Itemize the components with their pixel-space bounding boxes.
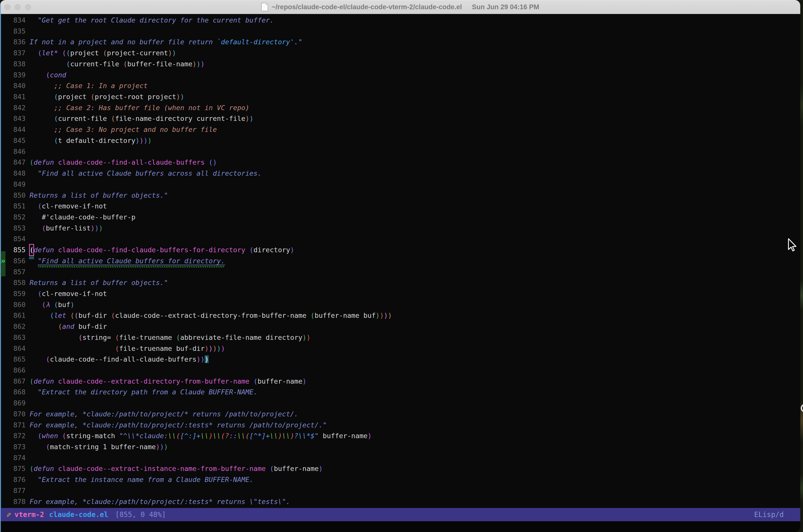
code-line[interactable]: 876 "Extract the instance name from a Cl… [0,474,800,485]
code-line[interactable]: 874 [0,452,800,463]
code-text [25,26,30,37]
titlebar: ~/repos/claude-code-el/claude-code-vterm… [0,0,800,14]
code-text: (buffer-list))) [25,223,103,234]
code-text [25,179,30,190]
code-line[interactable]: 868 "Extract the directory path from a C… [0,386,800,398]
code-line[interactable]: 840 ;; Case 1: In a project [0,80,800,91]
code-line[interactable]: 875(defun claude-code--extract-instance-… [0,463,800,474]
code-text: "Get get the root Claude directory for t… [25,15,274,26]
code-line[interactable]: 842 ;; Case 2: Has buffer file (when not… [0,102,800,113]
line-number: 865 [0,354,25,365]
emacs-window: ~/repos/claude-code-el/claude-code-vterm… [0,0,800,532]
code-line[interactable]: 866 [0,365,800,376]
code-line[interactable]: 837 (let* ((project (project-current)) [0,48,800,59]
code-line[interactable]: 871For example, *claude:/path/to/project… [0,420,800,431]
line-number: 844 [0,124,25,135]
pencil-icon: ✎ [6,510,11,519]
line-number: 839 [0,70,25,80]
code-line[interactable]: 841 (project (project-root project)) [0,91,800,102]
code-line[interactable]: 855(defun claude-code--find-claude-buffe… [0,245,800,255]
line-number: 878 [0,496,25,507]
code-line[interactable]: 865 (claude-code--find-all-claude-buffer… [0,354,800,365]
code-line[interactable]: 854 [0,233,800,245]
code-line[interactable]: 872 (when (string-match "^\\*claude:\\([… [0,431,800,441]
editor-buffer[interactable]: » 834 "Get get the root Claude directory… [0,14,800,508]
zoom-button[interactable] [25,4,31,10]
line-number: 863 [0,332,25,343]
line-number: 871 [0,420,25,431]
modeline-major-mode[interactable]: ELisp/d [754,511,784,519]
line-number: 864 [0,343,25,354]
code-line[interactable]: 862 (and buf-dir [0,321,800,332]
code-text: (string= (file-truename (abbreviate-file… [25,332,311,343]
code-text [25,146,30,157]
modeline-buffer-indicator[interactable]: vterm-2 [15,511,44,519]
code-line[interactable]: 859 (cl-remove-if-not [0,288,800,299]
code-text: For example, *claude:/path/to/project/:t… [25,496,290,507]
code-line[interactable]: 852 #'claude-code--buffer-p [0,212,800,223]
code-text: ;; Case 2: Has buffer file (when not in … [25,102,250,113]
code-lines: 834 "Get get the root Claude directory f… [0,15,800,507]
line-number: 872 [0,431,25,441]
line-number: 867 [0,376,25,387]
line-number: 860 [0,299,25,310]
line-number: 874 [0,452,25,463]
code-line[interactable]: 863 (string= (file-truename (abbreviate-… [0,332,800,343]
modeline-filename[interactable]: claude-code.el [49,511,108,519]
code-line[interactable]: 850Returns a list of buffer objects." [0,190,800,201]
code-line[interactable]: 869 [0,398,800,408]
menu-bar-clock: Sun Jun 29 04:16 PM [472,3,539,11]
code-line[interactable]: 864 (file-truename buf-dir))))) [0,343,800,354]
code-line[interactable]: 858Returns a list of buffer objects." [0,277,800,288]
code-line[interactable]: 857 [0,266,800,278]
code-text: (current-file (file-name-directory curre… [25,113,254,124]
code-line[interactable]: 856 "Find all active Claude buffers for … [0,255,800,266]
code-line[interactable]: 835 [0,26,800,37]
code-line[interactable]: 853 (buffer-list))) [0,223,800,234]
code-line[interactable]: 839 (cond [0,70,800,80]
code-line[interactable]: 848 "Find all active Claude buffers acro… [0,168,800,179]
code-line[interactable]: 843 (current-file (file-name-directory c… [0,113,800,124]
code-line[interactable]: 836If not in a project and no buffer fil… [0,37,800,48]
code-text [25,233,30,245]
code-text: "Extract the directory path from a Claud… [25,386,257,398]
code-text: For example, *claude:/path/to/project/:t… [25,420,327,431]
code-text: (defun claude-code--find-claude-buffers-… [25,245,294,255]
modeline: ✎ vterm-2 claude-code.el [855, 0 48%] EL… [0,508,800,521]
code-text: (let ((buf-dir (claude-code--extract-dir… [25,310,392,321]
minimize-button[interactable] [15,4,20,10]
code-line[interactable]: 870For example, *claude:/path/to/project… [0,408,800,420]
code-line[interactable]: 845 (t default-directory)))) [0,135,800,146]
code-line[interactable]: 844 ;; Case 3: No project and no buffer … [0,124,800,135]
code-line[interactable]: 873 (match-string 1 buffer-name))) [0,441,800,452]
code-text: For example, *claude:/path/to/project/* … [25,408,298,420]
line-number: 845 [0,135,25,146]
code-text: "Extract the instance name from a Claude… [25,474,254,485]
matching-paren-highlight: ) [205,355,208,363]
code-line[interactable]: 878For example, *claude:/path/to/project… [0,496,800,507]
line-number: 838 [0,59,25,70]
echo-area [0,521,800,532]
line-number: 846 [0,146,25,157]
code-line[interactable]: 851 (cl-remove-if-not [0,201,800,212]
code-text: ;; Case 1: In a project [25,80,147,91]
code-line[interactable]: 838 (current-file (buffer-file-name))) [0,59,800,70]
code-line[interactable]: 846 [0,146,800,157]
line-number: 861 [0,310,25,321]
code-text: (file-truename buf-dir))))) [25,343,225,354]
code-line[interactable]: 849 [0,179,800,190]
code-text: (project (project-root project)) [25,91,184,102]
line-number: 849 [0,179,25,190]
code-line[interactable]: 847(defun claude-code--find-all-claude-b… [0,157,800,168]
code-text: (let* ((project (project-current)) [25,48,176,59]
title-group: ~/repos/claude-code-el/claude-code-vterm… [261,0,539,14]
code-line[interactable]: 867(defun claude-code--extract-directory… [0,376,800,387]
code-line[interactable]: 834 "Get get the root Claude directory f… [0,15,800,26]
code-line[interactable]: 861 (let ((buf-dir (claude-code--extract… [0,310,800,321]
line-number: 847 [0,157,25,168]
close-button[interactable] [4,4,10,10]
code-line[interactable]: 860 (λ (buf) [0,299,800,310]
code-line[interactable]: 877 [0,485,800,496]
window-focus-border [0,0,1,532]
line-number: 869 [0,398,25,408]
